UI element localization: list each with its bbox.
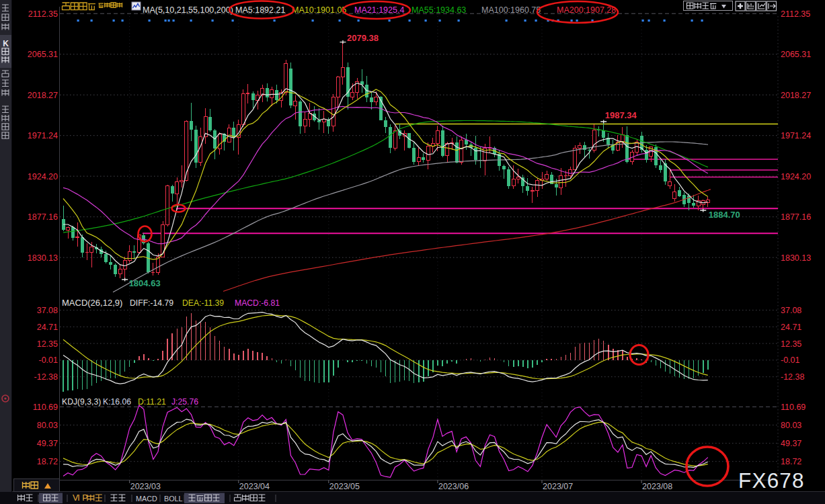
- svg-text:I: I: [77, 493, 79, 503]
- svg-text:110.69: 110.69: [33, 403, 58, 412]
- svg-text:1971.24: 1971.24: [781, 131, 811, 140]
- svg-text:2018.27: 2018.27: [28, 91, 58, 100]
- svg-text:18.72: 18.72: [781, 457, 801, 466]
- svg-text:J:25.76: J:25.76: [171, 397, 198, 407]
- svg-text:1830.13: 1830.13: [28, 253, 58, 263]
- svg-text:1924.20: 1924.20: [781, 172, 811, 181]
- svg-text:2023/06: 2023/06: [438, 482, 469, 491]
- svg-text:-12.38: -12.38: [781, 372, 804, 382]
- svg-text:DEA:-11.39: DEA:-11.39: [182, 298, 224, 308]
- svg-text:1877.16: 1877.16: [781, 212, 811, 222]
- svg-text:K:16.06: K:16.06: [103, 397, 131, 407]
- svg-text:2023/04: 2023/04: [239, 482, 270, 491]
- svg-text:37.08: 37.08: [781, 306, 801, 315]
- svg-text:MA(5,10,21,55,100,200): MA(5,10,21,55,100,200): [143, 5, 233, 15]
- svg-text:37.08: 37.08: [37, 306, 58, 315]
- svg-text:K: K: [3, 39, 9, 48]
- svg-text:MA5:1892.21: MA5:1892.21: [235, 5, 285, 15]
- svg-text:2065.31: 2065.31: [781, 50, 811, 59]
- svg-text:MACD: MACD: [136, 495, 157, 503]
- svg-text:2079.38: 2079.38: [347, 33, 379, 43]
- svg-text:2112.35: 2112.35: [28, 9, 58, 19]
- svg-text:KDJ(9,3,3): KDJ(9,3,3): [62, 397, 101, 407]
- svg-text:2018.27: 2018.27: [781, 91, 811, 100]
- svg-text:-0.01: -0.01: [781, 355, 800, 365]
- svg-text:24.71: 24.71: [37, 323, 58, 332]
- svg-text:BOLL: BOLL: [164, 495, 183, 503]
- svg-text:MA55:1934.63: MA55:1934.63: [411, 5, 466, 15]
- svg-text:2023/08: 2023/08: [642, 482, 672, 491]
- svg-text:18.72: 18.72: [37, 457, 58, 466]
- svg-text:2023/03: 2023/03: [130, 482, 161, 491]
- svg-text:MA200:1907.28: MA200:1907.28: [557, 5, 616, 15]
- svg-text:MA10:1901.05: MA10:1901.05: [292, 5, 346, 15]
- svg-text:1884.70: 1884.70: [709, 210, 740, 220]
- svg-text:49.37: 49.37: [37, 439, 58, 448]
- svg-text:12.35: 12.35: [37, 339, 58, 349]
- svg-text:2023/07: 2023/07: [543, 482, 573, 491]
- svg-text:1877.16: 1877.16: [28, 212, 58, 222]
- svg-text:110.69: 110.69: [781, 403, 806, 412]
- svg-text:1830.13: 1830.13: [781, 253, 811, 263]
- svg-text:FX678: FX678: [738, 468, 805, 493]
- svg-text:49.37: 49.37: [781, 439, 801, 448]
- svg-text:80.03: 80.03: [781, 421, 801, 430]
- svg-text:MA100:1960.75: MA100:1960.75: [481, 5, 541, 15]
- svg-text:24.71: 24.71: [781, 323, 801, 332]
- svg-text:1804.63: 1804.63: [129, 278, 161, 288]
- svg-text:1924.20: 1924.20: [28, 172, 58, 181]
- svg-text:12.35: 12.35: [781, 339, 801, 349]
- svg-text:1987.34: 1987.34: [605, 110, 637, 120]
- svg-text:1971.24: 1971.24: [28, 131, 58, 140]
- svg-text:2112.35: 2112.35: [781, 9, 810, 19]
- svg-text:MA21:1925.4: MA21:1925.4: [354, 5, 404, 15]
- svg-text:D:11.21: D:11.21: [138, 397, 166, 407]
- svg-text:MACD:-6.81: MACD:-6.81: [235, 298, 280, 308]
- svg-text:80.03: 80.03: [37, 421, 58, 430]
- svg-text:2023/05: 2023/05: [329, 482, 360, 491]
- svg-text:DIFF:-14.79: DIFF:-14.79: [130, 298, 173, 308]
- svg-text:2065.31: 2065.31: [28, 50, 58, 59]
- svg-text:-0.01: -0.01: [39, 355, 58, 365]
- svg-text:MACD(26,12,9): MACD(26,12,9): [62, 298, 122, 308]
- svg-text:-12.38: -12.38: [34, 372, 58, 382]
